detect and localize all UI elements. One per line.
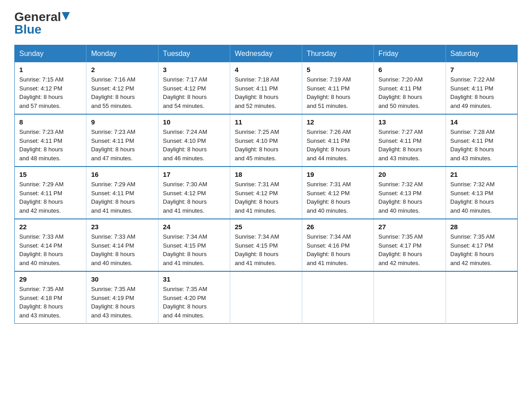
day-info: Sunrise: 7:32 AMSunset: 4:13 PMDaylight:… bbox=[450, 181, 495, 214]
calendar-week-row: 29Sunrise: 7:35 AMSunset: 4:18 PMDayligh… bbox=[15, 271, 518, 324]
day-number: 15 bbox=[19, 171, 82, 178]
calendar-cell: 17Sunrise: 7:30 AMSunset: 4:12 PMDayligh… bbox=[158, 167, 230, 219]
logo: General Blue bbox=[14, 11, 70, 36]
calendar-cell: 14Sunrise: 7:28 AMSunset: 4:11 PMDayligh… bbox=[446, 114, 517, 167]
calendar-header-sunday: Sunday bbox=[15, 45, 86, 63]
calendar-header-wednesday: Wednesday bbox=[230, 45, 302, 63]
calendar-week-row: 1Sunrise: 7:15 AMSunset: 4:12 PMDaylight… bbox=[15, 62, 518, 114]
calendar-cell bbox=[230, 271, 302, 324]
day-number: 10 bbox=[163, 118, 225, 126]
day-info: Sunrise: 7:31 AMSunset: 4:12 PMDaylight:… bbox=[307, 181, 351, 214]
day-number: 16 bbox=[91, 171, 153, 178]
calendar-cell bbox=[374, 271, 446, 324]
day-info: Sunrise: 7:16 AMSunset: 4:12 PMDaylight:… bbox=[91, 76, 135, 109]
day-info: Sunrise: 7:23 AMSunset: 4:11 PMDaylight:… bbox=[19, 128, 64, 162]
day-number: 18 bbox=[235, 171, 297, 178]
day-info: Sunrise: 7:18 AMSunset: 4:11 PMDaylight:… bbox=[235, 76, 279, 109]
day-info: Sunrise: 7:15 AMSunset: 4:12 PMDaylight:… bbox=[19, 76, 64, 109]
calendar-cell: 28Sunrise: 7:35 AMSunset: 4:17 PMDayligh… bbox=[446, 219, 517, 271]
day-info: Sunrise: 7:30 AMSunset: 4:12 PMDaylight:… bbox=[163, 181, 207, 214]
calendar-cell: 7Sunrise: 7:22 AMSunset: 4:11 PMDaylight… bbox=[446, 62, 517, 114]
calendar-cell: 15Sunrise: 7:29 AMSunset: 4:11 PMDayligh… bbox=[15, 167, 86, 219]
day-info: Sunrise: 7:35 AMSunset: 4:19 PMDaylight:… bbox=[91, 286, 135, 319]
logo-arrow-icon bbox=[62, 12, 70, 20]
calendar-cell: 18Sunrise: 7:31 AMSunset: 4:12 PMDayligh… bbox=[230, 167, 302, 219]
calendar-cell: 16Sunrise: 7:29 AMSunset: 4:11 PMDayligh… bbox=[86, 167, 158, 219]
day-info: Sunrise: 7:29 AMSunset: 4:11 PMDaylight:… bbox=[91, 181, 135, 214]
day-number: 2 bbox=[91, 66, 153, 73]
day-info: Sunrise: 7:26 AMSunset: 4:11 PMDaylight:… bbox=[307, 128, 351, 162]
calendar-header-thursday: Thursday bbox=[302, 45, 373, 63]
svg-marker-0 bbox=[62, 12, 70, 20]
calendar-cell: 26Sunrise: 7:34 AMSunset: 4:16 PMDayligh… bbox=[302, 219, 373, 271]
day-number: 31 bbox=[163, 275, 225, 283]
day-number: 1 bbox=[19, 66, 82, 73]
day-info: Sunrise: 7:25 AMSunset: 4:10 PMDaylight:… bbox=[235, 128, 279, 162]
calendar-cell: 6Sunrise: 7:20 AMSunset: 4:11 PMDaylight… bbox=[374, 62, 446, 114]
calendar-cell: 8Sunrise: 7:23 AMSunset: 4:11 PMDaylight… bbox=[15, 114, 86, 167]
day-number: 20 bbox=[378, 171, 441, 178]
day-info: Sunrise: 7:20 AMSunset: 4:11 PMDaylight:… bbox=[378, 76, 423, 109]
calendar-week-row: 15Sunrise: 7:29 AMSunset: 4:11 PMDayligh… bbox=[15, 167, 518, 219]
day-info: Sunrise: 7:17 AMSunset: 4:12 PMDaylight:… bbox=[163, 76, 207, 109]
calendar-cell bbox=[446, 271, 517, 324]
day-info: Sunrise: 7:34 AMSunset: 4:16 PMDaylight:… bbox=[307, 233, 351, 266]
day-number: 4 bbox=[235, 66, 297, 73]
day-number: 5 bbox=[307, 66, 369, 73]
calendar-table: SundayMondayTuesdayWednesdayThursdayFrid… bbox=[14, 45, 518, 324]
logo-general-text: General bbox=[14, 11, 61, 23]
calendar-cell: 29Sunrise: 7:35 AMSunset: 4:18 PMDayligh… bbox=[15, 271, 86, 324]
calendar-cell: 12Sunrise: 7:26 AMSunset: 4:11 PMDayligh… bbox=[302, 114, 373, 167]
day-number: 21 bbox=[450, 171, 513, 178]
day-number: 24 bbox=[163, 223, 225, 231]
day-number: 27 bbox=[378, 223, 441, 231]
day-info: Sunrise: 7:35 AMSunset: 4:17 PMDaylight:… bbox=[450, 233, 495, 266]
calendar-header-monday: Monday bbox=[86, 45, 158, 63]
day-info: Sunrise: 7:28 AMSunset: 4:11 PMDaylight:… bbox=[450, 128, 495, 162]
calendar-cell: 19Sunrise: 7:31 AMSunset: 4:12 PMDayligh… bbox=[302, 167, 373, 219]
calendar-cell: 24Sunrise: 7:34 AMSunset: 4:15 PMDayligh… bbox=[158, 219, 230, 271]
day-info: Sunrise: 7:29 AMSunset: 4:11 PMDaylight:… bbox=[19, 181, 64, 214]
day-number: 19 bbox=[307, 171, 369, 178]
day-info: Sunrise: 7:33 AMSunset: 4:14 PMDaylight:… bbox=[19, 233, 64, 266]
calendar-header-row: SundayMondayTuesdayWednesdayThursdayFrid… bbox=[15, 45, 518, 63]
day-number: 8 bbox=[19, 118, 82, 126]
day-number: 11 bbox=[235, 118, 297, 126]
day-number: 3 bbox=[163, 66, 225, 73]
day-number: 13 bbox=[378, 118, 441, 126]
calendar-cell: 11Sunrise: 7:25 AMSunset: 4:10 PMDayligh… bbox=[230, 114, 302, 167]
calendar-cell: 3Sunrise: 7:17 AMSunset: 4:12 PMDaylight… bbox=[158, 62, 230, 114]
day-info: Sunrise: 7:34 AMSunset: 4:15 PMDaylight:… bbox=[235, 233, 279, 266]
calendar-cell: 22Sunrise: 7:33 AMSunset: 4:14 PMDayligh… bbox=[15, 219, 86, 271]
calendar-cell: 20Sunrise: 7:32 AMSunset: 4:13 PMDayligh… bbox=[374, 167, 446, 219]
day-info: Sunrise: 7:22 AMSunset: 4:11 PMDaylight:… bbox=[450, 76, 495, 109]
day-number: 30 bbox=[91, 275, 153, 283]
day-number: 12 bbox=[307, 118, 369, 126]
calendar-cell: 9Sunrise: 7:23 AMSunset: 4:11 PMDaylight… bbox=[86, 114, 158, 167]
day-info: Sunrise: 7:34 AMSunset: 4:15 PMDaylight:… bbox=[163, 233, 207, 266]
page-header: General Blue bbox=[14, 11, 518, 36]
calendar-cell: 27Sunrise: 7:35 AMSunset: 4:17 PMDayligh… bbox=[374, 219, 446, 271]
calendar-cell: 1Sunrise: 7:15 AMSunset: 4:12 PMDaylight… bbox=[15, 62, 86, 114]
day-number: 14 bbox=[450, 118, 513, 126]
calendar-header-saturday: Saturday bbox=[446, 45, 517, 63]
calendar-cell: 31Sunrise: 7:35 AMSunset: 4:20 PMDayligh… bbox=[158, 271, 230, 324]
calendar-cell: 10Sunrise: 7:24 AMSunset: 4:10 PMDayligh… bbox=[158, 114, 230, 167]
day-number: 6 bbox=[378, 66, 441, 73]
day-number: 29 bbox=[19, 275, 82, 283]
day-info: Sunrise: 7:35 AMSunset: 4:18 PMDaylight:… bbox=[19, 286, 64, 319]
calendar-week-row: 8Sunrise: 7:23 AMSunset: 4:11 PMDaylight… bbox=[15, 114, 518, 167]
day-number: 9 bbox=[91, 118, 153, 126]
calendar-cell: 30Sunrise: 7:35 AMSunset: 4:19 PMDayligh… bbox=[86, 271, 158, 324]
calendar-cell: 23Sunrise: 7:33 AMSunset: 4:14 PMDayligh… bbox=[86, 219, 158, 271]
day-info: Sunrise: 7:33 AMSunset: 4:14 PMDaylight:… bbox=[91, 233, 135, 266]
day-number: 23 bbox=[91, 223, 153, 231]
calendar-cell: 13Sunrise: 7:27 AMSunset: 4:11 PMDayligh… bbox=[374, 114, 446, 167]
day-info: Sunrise: 7:24 AMSunset: 4:10 PMDaylight:… bbox=[163, 128, 207, 162]
day-number: 26 bbox=[307, 223, 369, 231]
calendar-cell: 5Sunrise: 7:19 AMSunset: 4:11 PMDaylight… bbox=[302, 62, 373, 114]
calendar-cell: 25Sunrise: 7:34 AMSunset: 4:15 PMDayligh… bbox=[230, 219, 302, 271]
calendar-week-row: 22Sunrise: 7:33 AMSunset: 4:14 PMDayligh… bbox=[15, 219, 518, 271]
calendar-cell: 2Sunrise: 7:16 AMSunset: 4:12 PMDaylight… bbox=[86, 62, 158, 114]
day-number: 17 bbox=[163, 171, 225, 178]
